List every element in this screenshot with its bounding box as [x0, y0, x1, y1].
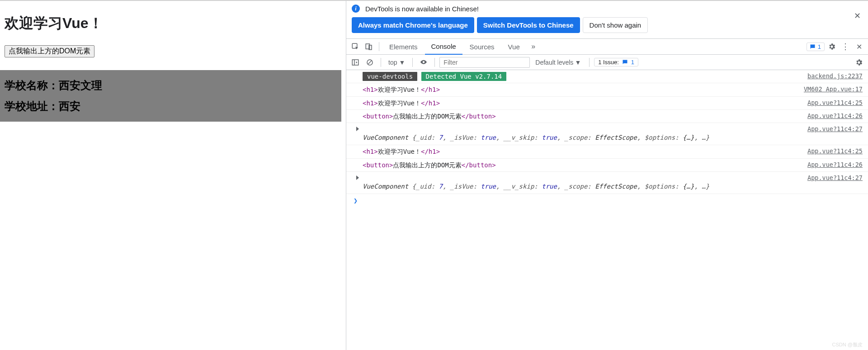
- console-prompt[interactable]: ❯: [346, 194, 868, 208]
- tab-sources[interactable]: Sources: [463, 39, 501, 54]
- log-button-2: <button>点我输出上方的DOM元素</button> App.vue?11…: [346, 159, 868, 172]
- always-match-button[interactable]: Always match Chrome's language: [352, 17, 474, 33]
- separator: [412, 58, 413, 67]
- output-dom-button[interactable]: 点我输出上方的DOM元素: [5, 45, 94, 57]
- context-label: top: [388, 59, 397, 66]
- switch-language-button[interactable]: Switch DevTools to Chinese: [477, 17, 580, 33]
- separator: [589, 58, 590, 67]
- vue-devtools-tag: vue-devtools: [363, 72, 417, 81]
- log-h1-2: <h1>欢迎学习Vue！</h1> App.vue?11c4:25: [346, 145, 868, 158]
- info-icon: i: [352, 5, 360, 13]
- school-address: 学校地址：西安: [5, 99, 337, 114]
- separator: [381, 58, 381, 67]
- inspect-element-icon[interactable]: [349, 40, 362, 53]
- source-link[interactable]: App.vue?11c4:27: [807, 125, 863, 134]
- page-viewport: 欢迎学习Vue！ 点我输出上方的DOM元素 学校名称：西安文理 学校地址：西安: [0, 0, 346, 350]
- dont-show-button[interactable]: Don't show again: [583, 17, 648, 33]
- banner-message: DevTools is now available in Chinese!: [365, 5, 479, 13]
- more-tabs-icon[interactable]: »: [527, 40, 540, 53]
- kebab-menu-icon[interactable]: ⋮: [839, 40, 852, 53]
- source-link[interactable]: backend.js:2237: [807, 72, 863, 81]
- console-sidebar-icon[interactable]: [349, 56, 362, 69]
- source-link[interactable]: App.vue?11c4:25: [807, 147, 863, 156]
- devtools-panel: i DevTools is now available in Chinese! …: [346, 0, 868, 350]
- log-button: <button>点我输出上方的DOM元素</button> App.vue?11…: [346, 110, 868, 123]
- svg-marker-5: [356, 61, 358, 63]
- language-banner: i DevTools is now available in Chinese! …: [346, 1, 868, 38]
- svg-rect-3: [352, 60, 359, 65]
- filter-input[interactable]: [439, 57, 530, 68]
- page-heading: 欢迎学习Vue！: [5, 14, 341, 33]
- settings-icon[interactable]: [826, 40, 838, 53]
- close-devtools-icon[interactable]: ✕: [853, 40, 865, 53]
- expand-icon[interactable]: [356, 175, 359, 180]
- separator: [379, 42, 379, 51]
- log-vue-detected: vue-devtools Detected Vue v2.7.14 backen…: [346, 70, 868, 83]
- tab-console[interactable]: Console: [425, 39, 462, 55]
- feedback-badge[interactable]: 1: [807, 43, 825, 51]
- tab-elements[interactable]: Elements: [383, 39, 424, 54]
- separator: [434, 58, 435, 67]
- source-link[interactable]: App.vue?11c4:27: [807, 174, 863, 183]
- school-name: 学校名称：西安文理: [5, 78, 337, 93]
- issues-label: 1 Issue:: [598, 59, 619, 66]
- source-link[interactable]: VM602 App.vue:17: [804, 85, 863, 94]
- clear-console-icon[interactable]: [363, 56, 376, 69]
- issues-count: 1: [631, 59, 634, 66]
- levels-label: Default levels: [535, 59, 573, 66]
- log-vuecomponent: App.vue?11c4:27 VueComponent {_uid: 7, _…: [346, 123, 868, 145]
- school-component: 学校名称：西安文理 学校地址：西安: [0, 70, 341, 122]
- source-link[interactable]: App.vue?11c4:25: [807, 99, 863, 108]
- issues-badge[interactable]: 1 Issue: 1: [594, 58, 638, 66]
- log-h1: <h1>欢迎学习Vue！</h1> App.vue?11c4:25: [346, 97, 868, 110]
- console-settings-icon[interactable]: [853, 56, 865, 69]
- tab-vue[interactable]: Vue: [502, 39, 526, 54]
- source-link[interactable]: App.vue?11c4:26: [807, 161, 863, 170]
- feedback-count: 1: [818, 43, 821, 50]
- log-levels-selector[interactable]: Default levels ▼: [532, 59, 585, 66]
- live-expression-icon[interactable]: [417, 56, 430, 69]
- expand-icon[interactable]: [356, 127, 359, 131]
- source-link[interactable]: App.vue?11c4:26: [807, 112, 863, 121]
- chevron-down-icon: ▼: [399, 59, 405, 66]
- svg-line-7: [368, 61, 372, 64]
- chevron-down-icon: ▼: [575, 59, 581, 66]
- log-vuecomponent-2: App.vue?11c4:27 VueComponent {_uid: 7, _…: [346, 172, 868, 194]
- vue-version-tag: Detected Vue v2.7.14: [421, 72, 507, 81]
- device-toolbar-icon[interactable]: [363, 40, 375, 53]
- devtools-tabs: Elements Console Sources Vue » 1 ⋮ ✕: [346, 38, 868, 55]
- watermark: CSDN @颓皮: [832, 341, 863, 348]
- log-h1-vm: <h1>欢迎学习Vue！</h1> VM602 App.vue:17: [346, 83, 868, 96]
- context-selector[interactable]: top ▼: [386, 59, 408, 66]
- console-toolbar: top ▼ Default levels ▼ 1 Issue: 1: [346, 55, 868, 70]
- console-output: vue-devtools Detected Vue v2.7.14 backen…: [346, 70, 868, 350]
- close-icon[interactable]: ✕: [854, 11, 861, 21]
